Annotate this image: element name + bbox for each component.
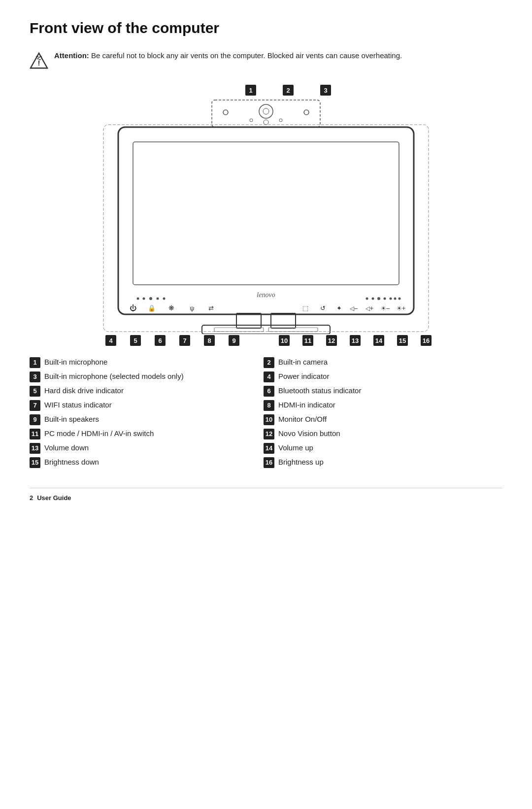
footer-page-number: 2: [30, 494, 33, 502]
computer-diagram: lenovo ⏻ 🔒 ❋: [94, 98, 438, 334]
legend-badge-3: 3: [30, 371, 40, 382]
svg-point-14: [143, 298, 145, 300]
legend-text-15: Brightness down: [44, 457, 99, 467]
badge-6: 6: [155, 335, 166, 346]
badge-7: 7: [179, 335, 190, 346]
svg-rect-30: [103, 125, 429, 332]
svg-point-18: [366, 298, 368, 300]
legend-item-3: 3Built-in microphone (selected models on…: [30, 371, 249, 382]
legend-item-15: 15Brightness down: [30, 457, 249, 468]
svg-text:◁+: ◁+: [366, 305, 373, 312]
legend-badge-7: 7: [30, 400, 40, 411]
legend-text-16: Brightness up: [278, 457, 324, 467]
footer: 2 User Guide: [30, 488, 502, 502]
badge-10: 10: [279, 335, 290, 346]
legend-badge-16: 16: [264, 457, 274, 468]
badge-12: 12: [326, 335, 337, 346]
attention-box: ! Attention: Be careful not to block any…: [30, 50, 502, 70]
badge-8: 8: [204, 335, 215, 346]
svg-text:↺: ↺: [320, 304, 326, 312]
svg-text:☀–: ☀–: [381, 305, 390, 312]
svg-text:lenovo: lenovo: [257, 291, 275, 299]
svg-point-6: [304, 110, 309, 115]
attention-text: Attention: Be careful not to block any a…: [54, 50, 402, 62]
svg-point-3: [223, 110, 228, 115]
legend-item-13: 13Volume down: [30, 442, 249, 454]
badge-top-2: 2: [283, 85, 294, 96]
legend-text-14: Volume up: [278, 442, 313, 453]
legend-text-3: Built-in microphone (selected models onl…: [44, 371, 184, 381]
legend-text-2: Built-in camera: [278, 357, 328, 367]
svg-text:🔒: 🔒: [148, 304, 156, 312]
legend-item-8: 8HDMI-in indicator: [264, 400, 483, 411]
svg-point-5: [263, 108, 269, 114]
legend-item-10: 10Monitor On/Off: [264, 414, 483, 425]
svg-point-23: [394, 298, 397, 300]
svg-point-21: [384, 298, 386, 300]
legend-text-6: Bluetooth status indicator: [278, 385, 361, 396]
legend-text-10: Monitor On/Off: [278, 414, 327, 424]
legend-grid: 1Built-in microphone2Built-in camera3Bui…: [30, 357, 483, 468]
legend-badge-2: 2: [264, 357, 274, 368]
legend-text-7: WIFI status indicator: [44, 400, 112, 410]
diagram-container: 1 2 3 lenovo: [30, 85, 502, 346]
svg-point-19: [372, 298, 374, 300]
svg-point-7: [250, 119, 253, 122]
svg-rect-26: [271, 313, 296, 328]
legend-item-7: 7WIFI status indicator: [30, 400, 249, 411]
svg-point-16: [157, 298, 159, 300]
svg-text:☀+: ☀+: [397, 305, 405, 312]
svg-text:⏻: ⏻: [130, 304, 136, 312]
legend-badge-6: 6: [264, 386, 274, 397]
legend-badge-9: 9: [30, 414, 40, 425]
legend-badge-12: 12: [264, 429, 274, 439]
svg-point-4: [259, 104, 273, 118]
legend-badge-1: 1: [30, 357, 40, 368]
badge-14: 14: [373, 335, 384, 346]
svg-point-17: [163, 298, 166, 300]
svg-point-24: [399, 298, 401, 300]
legend-badge-8: 8: [264, 400, 274, 411]
svg-rect-27: [202, 325, 330, 334]
legend-badge-5: 5: [30, 386, 40, 397]
badge-13: 13: [350, 335, 361, 346]
svg-point-9: [279, 119, 282, 122]
legend-text-13: Volume down: [44, 442, 89, 453]
legend-text-5: Hard disk drive indicator: [44, 385, 124, 396]
badge-top-3: 3: [320, 85, 331, 96]
svg-point-22: [390, 298, 392, 300]
svg-text:ψ: ψ: [190, 304, 194, 312]
svg-text:⇄: ⇄: [208, 304, 214, 312]
legend-item-14: 14Volume up: [264, 442, 483, 454]
legend-item-5: 5Hard disk drive indicator: [30, 385, 249, 397]
svg-point-8: [264, 120, 268, 125]
badge-15: 15: [397, 335, 408, 346]
attention-body: Be careful not to block any air vents on…: [91, 51, 402, 60]
legend-text-4: Power indicator: [278, 371, 329, 381]
svg-rect-11: [133, 142, 399, 285]
badge-16: 16: [421, 335, 432, 346]
legend-badge-4: 4: [264, 371, 274, 382]
attention-icon: !: [30, 51, 48, 70]
legend-item-6: 6Bluetooth status indicator: [264, 385, 483, 397]
badge-9: 9: [229, 335, 239, 346]
attention-label: Attention:: [54, 51, 89, 60]
svg-text:✦: ✦: [336, 304, 342, 312]
svg-rect-25: [236, 313, 261, 328]
legend-text-12: Novo Vision button: [278, 428, 340, 438]
legend-text-9: Built-in speakers: [44, 414, 99, 424]
legend-item-16: 16Brightness up: [264, 457, 483, 468]
legend-item-12: 12Novo Vision button: [264, 428, 483, 439]
legend-text-1: Built-in microphone: [44, 357, 107, 367]
svg-point-15: [149, 297, 152, 300]
svg-text:❋: ❋: [168, 304, 174, 312]
legend-text-11: PC mode / HDMI-in / AV-in switch: [44, 428, 154, 438]
badge-top-1: 1: [245, 85, 256, 96]
legend-badge-11: 11: [30, 429, 40, 439]
svg-text:◁–: ◁–: [350, 305, 358, 312]
legend-item-1: 1Built-in microphone: [30, 357, 249, 368]
svg-text:⬚: ⬚: [302, 304, 308, 312]
legend-item-4: 4Power indicator: [264, 371, 483, 382]
legend-badge-13: 13: [30, 443, 40, 454]
footer-label: User Guide: [37, 494, 71, 502]
